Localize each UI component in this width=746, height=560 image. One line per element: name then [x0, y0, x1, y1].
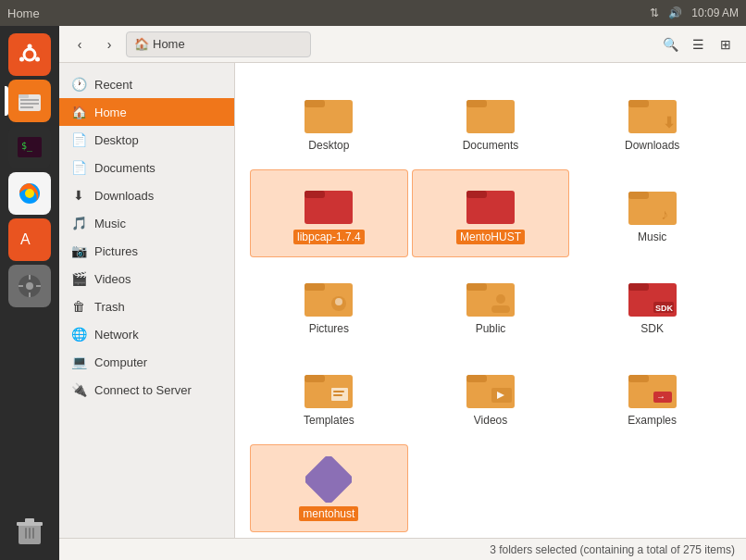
sidebar-connect-server-label: Connect to Server	[94, 383, 192, 397]
file-item-examples[interactable]: → Examples	[573, 353, 731, 441]
sidebar-item-connect-server[interactable]: 🔌 Connect to Server	[59, 376, 234, 404]
svg-rect-19	[29, 292, 31, 297]
sidebar-item-recent[interactable]: 🕐 Recent	[59, 70, 234, 98]
trash-icon	[15, 515, 44, 548]
grid-view-button[interactable]: ⊞	[713, 31, 739, 57]
file-downloads-label: Downloads	[625, 139, 679, 152]
file-item-videos[interactable]: Videos	[412, 353, 570, 441]
file-item-pictures[interactable]: Pictures	[250, 261, 408, 349]
forward-button[interactable]: ›	[96, 31, 122, 57]
titlebar-right: ⇅ 🔊 10:09 AM	[650, 6, 739, 19]
statusbar: 3 folders selected (containing a total o…	[59, 538, 746, 560]
sidebar-computer-label: Computer	[94, 355, 147, 369]
svg-rect-40	[628, 192, 649, 199]
sidebar-item-downloads[interactable]: ⬇ Downloads	[59, 181, 234, 209]
downloads-icon: ⬇	[70, 188, 87, 203]
dock-terminal-button[interactable]: $_	[8, 126, 51, 168]
svg-text:⬇: ⬇	[663, 115, 675, 131]
sidebar-item-music[interactable]: 🎵 Music	[59, 209, 234, 237]
file-item-public[interactable]: Public	[412, 261, 570, 349]
file-manager: ‹ › 🏠 Home 🔍 ☰ ⊞ 🕐 Recent 🏠	[59, 26, 746, 560]
svg-text:SDK: SDK	[655, 304, 674, 313]
dock-settings-button[interactable]	[8, 265, 51, 307]
dock-trash-button[interactable]	[8, 510, 51, 553]
dock-firefox-button[interactable]	[8, 172, 51, 215]
folder-pictures-icon	[304, 276, 354, 318]
folder-libpcap-icon	[304, 183, 354, 226]
svg-rect-49	[491, 305, 510, 313]
search-button[interactable]: 🔍	[657, 31, 683, 57]
svg-rect-55	[305, 375, 325, 382]
list-view-button[interactable]: ☰	[685, 31, 711, 57]
svg-point-17	[26, 282, 33, 290]
file-item-documents[interactable]: Documents	[412, 78, 570, 166]
svg-rect-31	[466, 100, 487, 107]
svg-rect-43	[305, 283, 325, 291]
sidebar-item-computer[interactable]: 💻 Computer	[59, 348, 234, 376]
file-item-downloads[interactable]: ⬇ Downloads	[573, 78, 731, 166]
file-mentohust-label: MentoHUST	[456, 230, 525, 244]
svg-text:$_: $_	[21, 141, 33, 152]
settings-icon	[16, 272, 44, 300]
svg-point-2	[28, 44, 32, 49]
sidebar-home-label: Home	[94, 106, 127, 119]
file-item-mentohust-folder[interactable]: MentoHUST	[412, 169, 570, 257]
desktop-icon: 📄	[70, 132, 87, 147]
svg-rect-57	[333, 391, 344, 392]
folder-public-icon	[466, 276, 516, 318]
file-public-label: Public	[476, 322, 506, 335]
sidebar-recent-label: Recent	[94, 78, 132, 92]
file-item-music[interactable]: ♪ Music	[573, 169, 731, 257]
sidebar-downloads-label: Downloads	[94, 189, 154, 203]
titlebar: Home ⇅ 🔊 10:09 AM	[0, 0, 746, 26]
dock-files-button[interactable]	[8, 80, 51, 122]
sidebar-desktop-label: Desktop	[94, 133, 139, 147]
file-item-mentohust-file[interactable]: mentohust	[250, 444, 408, 532]
titlebar-title: Home	[7, 6, 40, 20]
home-location-icon: 🏠	[134, 37, 149, 51]
svg-rect-7	[20, 99, 39, 101]
dock-ubuntu-button[interactable]	[8, 33, 51, 76]
file-pictures-label: Pictures	[309, 322, 349, 335]
file-item-templates[interactable]: Templates	[250, 353, 408, 441]
svg-point-48	[496, 294, 505, 304]
folder-documents-icon	[466, 93, 516, 135]
appstore-icon: A	[16, 226, 44, 254]
sidebar-documents-label: Documents	[94, 161, 155, 175]
svg-rect-24	[25, 518, 34, 523]
location-bar[interactable]: 🏠 Home	[126, 31, 311, 57]
file-sdk-label: SDK	[640, 322, 664, 335]
file-item-desktop[interactable]: Desktop	[250, 78, 408, 166]
sidebar-network-label: Network	[94, 328, 139, 342]
back-button[interactable]: ‹	[67, 31, 93, 57]
trash-sidebar-icon: 🗑	[70, 299, 87, 314]
location-text: Home	[153, 37, 185, 51]
firefox-icon	[16, 180, 44, 207]
file-libpcap-label: libpcap-1.7.4	[293, 230, 365, 244]
file-desktop-label: Desktop	[308, 139, 349, 152]
sidebar-item-trash[interactable]: 🗑 Trash	[59, 292, 234, 320]
sidebar-item-videos[interactable]: 🎬 Videos	[59, 265, 234, 292]
music-icon: 🎵	[70, 216, 87, 230]
file-music-label: Music	[638, 230, 666, 243]
svg-rect-47	[466, 283, 487, 291]
file-item-libpcap[interactable]: libpcap-1.7.4	[250, 169, 408, 257]
svg-rect-20	[19, 285, 23, 287]
recent-icon: 🕐	[70, 77, 87, 92]
folder-downloads-icon: ⬇	[628, 93, 678, 135]
sidebar-item-pictures[interactable]: 📷 Pictures	[59, 237, 234, 265]
sidebar-item-desktop[interactable]: 📄 Desktop	[59, 126, 234, 154]
svg-rect-51	[628, 283, 649, 291]
svg-text:→: →	[656, 392, 665, 402]
svg-rect-18	[29, 275, 31, 280]
sidebar-pictures-label: Pictures	[94, 244, 138, 258]
svg-point-4	[19, 57, 24, 62]
file-item-sdk[interactable]: SDK SDK	[573, 261, 731, 349]
sidebar-item-network[interactable]: 🌐 Network	[59, 320, 234, 348]
svg-point-45	[335, 298, 342, 305]
dock-appstore-button[interactable]: A	[8, 218, 51, 261]
sidebar-item-documents[interactable]: 📄 Documents	[59, 154, 234, 181]
file-mentohust-file-label: mentohust	[299, 506, 358, 521]
ubuntu-logo-icon	[17, 42, 43, 68]
sidebar-item-home[interactable]: 🏠 Home	[59, 98, 234, 126]
